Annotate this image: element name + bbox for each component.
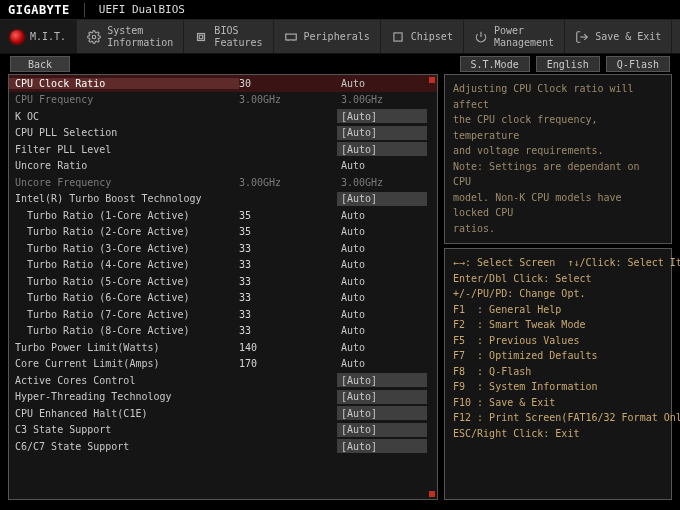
svg-rect-4 [394, 32, 402, 40]
setting-auto[interactable]: Auto [337, 226, 427, 237]
setting-auto[interactable]: Auto [337, 259, 427, 270]
tab-label: Chipset [411, 31, 453, 43]
legend-line: +/-/PU/PD: Change Opt. [453, 286, 663, 302]
setting-auto[interactable]: [Auto] [337, 390, 427, 404]
language-button[interactable]: English [536, 56, 600, 72]
header-bar: GIGABYTE UEFI DualBIOS [0, 0, 680, 20]
legend-line: F7 : Optimized Defaults [453, 348, 663, 364]
setting-row[interactable]: Turbo Ratio (1-Core Active)35Auto [9, 207, 437, 224]
setting-row[interactable]: CPU Frequency3.00GHz3.00GHz [9, 92, 437, 109]
setting-auto[interactable]: Auto [337, 160, 427, 171]
setting-label: Turbo Ratio (3-Core Active) [9, 243, 239, 254]
tab-mit[interactable]: M.I.T. [0, 20, 77, 53]
setting-row[interactable]: Turbo Power Limit(Watts)140Auto [9, 339, 437, 356]
setting-row[interactable]: Core Current Limit(Amps)170Auto [9, 356, 437, 373]
tab-label: Save & Exit [595, 31, 661, 43]
setting-row[interactable]: Turbo Ratio (8-Core Active)33Auto [9, 323, 437, 340]
help-text: the CPU clock frequency, temperature [453, 112, 663, 143]
setting-row[interactable]: C6/C7 State Support[Auto] [9, 438, 437, 455]
setting-auto[interactable]: [Auto] [337, 192, 427, 206]
setting-auto[interactable]: Auto [337, 243, 427, 254]
setting-auto[interactable]: Auto [337, 210, 427, 221]
setting-row[interactable]: Uncore Frequency3.00GHz3.00GHz [9, 174, 437, 191]
setting-auto[interactable]: [Auto] [337, 439, 427, 453]
legend-line: F1 : General Help [453, 302, 663, 318]
setting-auto[interactable]: 3.00GHz [337, 177, 427, 188]
tab-chipset[interactable]: Chipset [381, 20, 464, 53]
setting-row[interactable]: K OC[Auto] [9, 108, 437, 125]
setting-auto[interactable]: [Auto] [337, 109, 427, 123]
tab-bios-features[interactable]: BIOS Features [184, 20, 273, 53]
setting-row[interactable]: CPU Enhanced Halt(C1E)[Auto] [9, 405, 437, 422]
setting-row[interactable]: Uncore RatioAuto [9, 158, 437, 175]
setting-auto[interactable]: [Auto] [337, 406, 427, 420]
setting-auto[interactable]: [Auto] [337, 126, 427, 140]
setting-row[interactable]: Active Cores Control[Auto] [9, 372, 437, 389]
setting-auto[interactable]: Auto [337, 78, 427, 89]
setting-row[interactable]: Turbo Ratio (3-Core Active)33Auto [9, 240, 437, 257]
setting-auto[interactable]: [Auto] [337, 142, 427, 156]
scroll-up-marker[interactable] [429, 77, 435, 83]
setting-value: 33 [239, 243, 337, 254]
legend-line: ←→: Select Screen ↑↓/Click: Select Item [453, 255, 663, 271]
setting-label: CPU Clock Ratio [9, 78, 239, 89]
legend-line: F2 : Smart Tweak Mode [453, 317, 663, 333]
svg-rect-3 [285, 34, 296, 40]
tab-label: Peripherals [304, 31, 370, 43]
tab-label: System Information [107, 25, 173, 48]
setting-row[interactable]: Turbo Ratio (4-Core Active)33Auto [9, 257, 437, 274]
legend-line: F12 : Print Screen(FAT16/32 Format Only) [453, 410, 663, 426]
setting-row[interactable]: Turbo Ratio (6-Core Active)33Auto [9, 290, 437, 307]
setting-label: Turbo Ratio (7-Core Active) [9, 309, 239, 320]
setting-auto[interactable]: Auto [337, 309, 427, 320]
gear-icon [87, 30, 101, 44]
setting-label: Turbo Ratio (4-Core Active) [9, 259, 239, 270]
setting-auto[interactable]: Auto [337, 292, 427, 303]
setting-row[interactable]: Filter PLL Level[Auto] [9, 141, 437, 158]
setting-value: 3.00GHz [239, 177, 337, 188]
setting-auto[interactable]: [Auto] [337, 373, 427, 387]
setting-label: Active Cores Control [9, 375, 239, 386]
setting-auto[interactable]: Auto [337, 325, 427, 336]
setting-label: K OC [9, 111, 239, 122]
settings-panel: CPU Clock Ratio30AutoCPU Frequency3.00GH… [8, 74, 438, 500]
setting-label: Turbo Ratio (5-Core Active) [9, 276, 239, 287]
setting-row[interactable]: C3 State Support[Auto] [9, 422, 437, 439]
back-button[interactable]: Back [10, 56, 70, 72]
tab-power-management[interactable]: Power Management [464, 20, 565, 53]
setting-row[interactable]: Turbo Ratio (7-Core Active)33Auto [9, 306, 437, 323]
setting-value: 33 [239, 276, 337, 287]
setting-row[interactable]: CPU PLL Selection[Auto] [9, 125, 437, 142]
help-text: ratios. [453, 221, 663, 237]
st-mode-button[interactable]: S.T.Mode [460, 56, 530, 72]
setting-label: Turbo Ratio (8-Core Active) [9, 325, 239, 336]
tab-system-information[interactable]: System Information [77, 20, 184, 53]
tab-label: Power Management [494, 25, 554, 48]
tab-save-exit[interactable]: Save & Exit [565, 20, 672, 53]
setting-row[interactable]: Intel(R) Turbo Boost Technology[Auto] [9, 191, 437, 208]
setting-row[interactable]: Turbo Ratio (5-Core Active)33Auto [9, 273, 437, 290]
setting-value: 140 [239, 342, 337, 353]
setting-auto[interactable]: 3.00GHz [337, 94, 427, 105]
scroll-down-marker[interactable] [429, 491, 435, 497]
setting-label: CPU Enhanced Halt(C1E) [9, 408, 239, 419]
setting-row[interactable]: CPU Clock Ratio30Auto [9, 75, 437, 92]
tab-peripherals[interactable]: Peripherals [274, 20, 381, 53]
qflash-button[interactable]: Q-Flash [606, 56, 670, 72]
setting-row[interactable]: Hyper-Threading Technology[Auto] [9, 389, 437, 406]
setting-auto[interactable]: Auto [337, 342, 427, 353]
setting-auto[interactable]: Auto [337, 276, 427, 287]
setting-value: 170 [239, 358, 337, 369]
setting-label: Filter PLL Level [9, 144, 239, 155]
chipset-icon [391, 30, 405, 44]
setting-row[interactable]: Turbo Ratio (2-Core Active)35Auto [9, 224, 437, 241]
main-area: CPU Clock Ratio30AutoCPU Frequency3.00GH… [0, 74, 680, 506]
power-icon [474, 30, 488, 44]
svg-rect-1 [198, 33, 205, 40]
setting-value: 33 [239, 325, 337, 336]
setting-label: C3 State Support [9, 424, 239, 435]
setting-value: 35 [239, 210, 337, 221]
help-text: model. Non-K CPU models have locked CPU [453, 190, 663, 221]
setting-auto[interactable]: [Auto] [337, 423, 427, 437]
setting-auto[interactable]: Auto [337, 358, 427, 369]
